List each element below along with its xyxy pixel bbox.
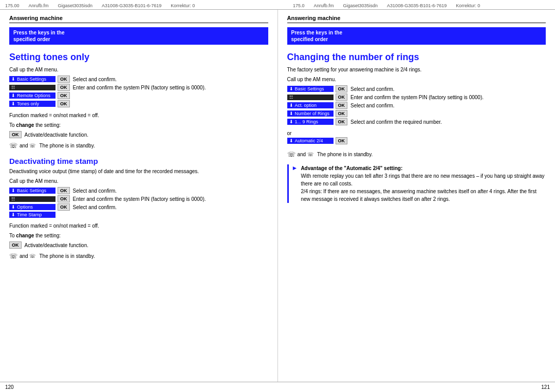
- arrow-icon: ⬇: [11, 188, 15, 193]
- step-desc: Enter and confirm the system PIN (factor…: [73, 85, 206, 90]
- tip-text: Advantage of the "Automatic 2/4" setting…: [301, 164, 546, 203]
- step-desc: Select and confirm.: [73, 204, 117, 210]
- section-header-left: Answering machine: [9, 15, 268, 23]
- step-desc: Activate/deactivate function.: [25, 242, 89, 248]
- meta-bar: 175.00 Anrufb.fm Gigaset3035isdn A31008-…: [0, 0, 555, 9]
- step-desc: Enter and confirm the system PIN (factor…: [73, 196, 206, 202]
- tip-box: ► Advantage of the "Automatic 2/4" setti…: [287, 164, 546, 203]
- or-label: or: [287, 130, 292, 136]
- page-left: Answering machine Press the keys in the …: [0, 10, 278, 382]
- menu-automatic-24: ⬇ Automatic 2/4: [287, 138, 334, 144]
- menu-tones-only: ⬇ Tones only: [9, 101, 55, 107]
- function-note-2: Function marked = on/not marked = off.: [9, 222, 268, 230]
- standby-right: ☏ and ☏ The phone is in standby.: [287, 151, 546, 158]
- page-num-left: 120: [5, 384, 278, 390]
- step-desc: Select and confirm.: [350, 86, 395, 92]
- meta-page-right: 175.0: [293, 3, 305, 8]
- step-row: ⬇ Time Stamp: [9, 212, 268, 218]
- menu-grid-1: ☷: [9, 85, 55, 90]
- ok-btn: OK: [58, 76, 70, 83]
- tip-icon: ►: [292, 164, 298, 203]
- and-text: and ☏: [20, 143, 36, 148]
- menu-time-stamp: ⬇ Time Stamp: [9, 212, 55, 218]
- standby-1: ☏ and ☏ The phone is in standby.: [9, 142, 268, 150]
- article2-intro: Deactivating voice output (time stamp) o…: [9, 167, 268, 175]
- key-box-left: Press the keys in the specified order: [9, 27, 268, 45]
- meta-korr-left: Korrektur: 0: [171, 3, 195, 8]
- standby-2: ☏ and ☏ The phone is in standby.: [9, 252, 268, 260]
- phone-icon: ☏: [9, 142, 17, 150]
- ok-btn: OK: [9, 241, 22, 249]
- step-desc: Select and confirm.: [350, 103, 395, 108]
- article-right-intro: The factory setting for your answering m…: [287, 66, 546, 73]
- article1-intro: Call up the AM menu.: [9, 66, 268, 73]
- arrow-icon: ⬇: [11, 77, 15, 82]
- meta-code-right: A31008-G3035-B101-6-7619: [387, 3, 447, 8]
- arrow-icon: ⬇: [11, 101, 15, 106]
- ok-btn: OK: [336, 102, 348, 109]
- step-row: ☷ OK Enter and confirm the system PIN (f…: [287, 94, 546, 101]
- step-desc: Select and confirm.: [73, 77, 117, 82]
- grid-icon: ☷: [11, 197, 15, 201]
- phone-icon: ☏: [9, 252, 17, 260]
- ok-btn: OK: [58, 92, 70, 99]
- ok-btn: OK: [9, 131, 22, 138]
- step-desc: Activate/deactivate function.: [25, 132, 89, 138]
- ok-btn: OK: [58, 84, 70, 91]
- change-label-2: To change the setting:: [9, 232, 268, 239]
- meta-model-right: Gigaset3035isdn: [343, 3, 378, 8]
- meta-page-left: 175.00: [5, 3, 20, 8]
- menu-1-9-rings: ⬇ 1... 9 Rings: [287, 119, 334, 125]
- grid-icon: ☷: [11, 85, 15, 90]
- arrow-icon: ⬇: [11, 212, 15, 217]
- menu-basic-settings-right: ⬇ Basic Settings: [287, 86, 334, 92]
- standby-desc: The phone is in standby.: [39, 253, 95, 259]
- meta-left: 175.00 Anrufb.fm Gigaset3035isdn A31008-…: [5, 3, 262, 8]
- arrow-icon: ⬇: [289, 103, 293, 108]
- arrow-icon: ⬇: [289, 86, 293, 91]
- standby-desc: The phone is in standby.: [317, 152, 373, 157]
- meta-code-left: A31008-G3035-B101-6-7619: [102, 3, 161, 8]
- ok-btn: OK: [58, 195, 70, 202]
- article-right-call-am: Call up the AM menu.: [287, 76, 546, 83]
- arrow-icon: ⬇: [11, 204, 15, 210]
- ok-btn: OK: [336, 110, 348, 117]
- step-row: ⬇ Tones only OK: [9, 100, 268, 107]
- ok-step-2: OK Activate/deactivate function.: [9, 241, 268, 249]
- article2-title: Deactivating time stamp: [9, 157, 268, 165]
- page-right: Answering machine Press the keys in the …: [278, 10, 556, 382]
- step-row: ☷ OK Enter and confirm the system PIN (f…: [9, 84, 268, 91]
- article2-call-am: Call up the AM menu.: [9, 177, 268, 185]
- step-row: ⬇ Options OK Select and confirm.: [9, 203, 268, 211]
- step-row: ⬇ Basic Settings OK Select and confirm.: [9, 76, 268, 83]
- article-right-title: Changing the number of rings: [287, 52, 546, 63]
- page-num-right: 121: [278, 384, 550, 390]
- step-row: ⬇ Basic Settings OK Select and confirm.: [287, 85, 546, 92]
- tip-title: Advantage of the "Automatic 2/4" setting…: [301, 165, 402, 171]
- menu-number-of-rings: ⬇ Number of Rings: [287, 110, 334, 117]
- and-text: and ☏: [298, 152, 314, 157]
- standby-desc: The phone is in standby.: [39, 143, 95, 148]
- ok-btn: OK: [58, 100, 70, 107]
- menu-act-option: ⬇ Act. option: [287, 102, 334, 108]
- phone-icon: ☏: [287, 151, 295, 158]
- step-row: ⬇ Basic Settings OK Select and confirm.: [9, 187, 268, 194]
- step-row: ⬇ Remote Options OK: [9, 92, 268, 99]
- step-row: ⬇ 1... 9 Rings OK Select and confirm the…: [287, 118, 546, 125]
- and-text: and ☏: [20, 253, 36, 259]
- arrow-icon: ⬇: [289, 111, 293, 116]
- article-right-steps: ⬇ Basic Settings OK Select and confirm. …: [287, 85, 546, 125]
- ok-btn: OK: [336, 118, 348, 125]
- menu-options: ⬇ Options: [9, 204, 55, 210]
- menu-grid-2: ☷: [9, 196, 55, 202]
- ok-step-1: OK Activate/deactivate function.: [9, 131, 268, 138]
- article1-steps: ⬇ Basic Settings OK Select and confirm. …: [9, 76, 268, 107]
- section-header-right: Answering machine: [287, 15, 546, 23]
- arrow-icon: ⬇: [11, 93, 15, 98]
- ok-btn: OK: [336, 137, 348, 144]
- step-row: ⬇ Number of Rings OK: [287, 110, 546, 117]
- meta-model-left: Gigaset3035isdn: [58, 3, 93, 8]
- grid-icon: ☷: [289, 95, 293, 100]
- article2-steps: ⬇ Basic Settings OK Select and confirm. …: [9, 187, 268, 218]
- meta-file-left: Anrufb.fm: [29, 3, 49, 8]
